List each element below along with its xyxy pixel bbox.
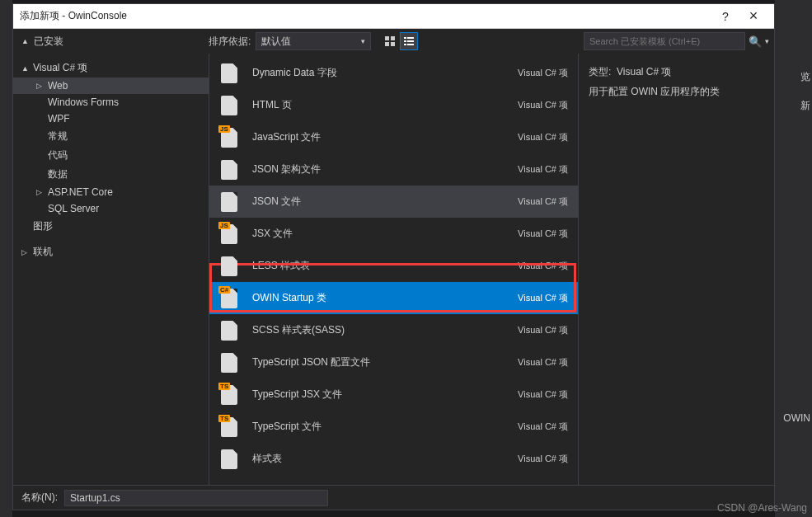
bg-text: 览: [800, 70, 810, 84]
info-panel: 类型: Visual C# 项 用于配置 OWIN 应用程序的类: [579, 54, 774, 485]
template-lang: Visual C# 项: [518, 453, 568, 465]
template-name: OWIN Startup 类: [252, 291, 518, 305]
tree-item-label: 代码: [48, 148, 68, 162]
template-item[interactable]: TSTypeScript JSX 文件Visual C# 项: [209, 378, 578, 411]
svg-rect-1: [391, 36, 395, 40]
name-input[interactable]: [64, 490, 328, 506]
file-icon: [219, 192, 239, 212]
template-item[interactable]: JSON 文件Visual C# 项: [209, 186, 578, 218]
template-item[interactable]: C#OWIN Startup 类Visual C# 项: [209, 282, 578, 314]
category-tree: ▲Visual C# 项▷WebWindows FormsWPF常规代码数据▷A…: [13, 54, 209, 485]
template-item[interactable]: JSJSX 文件Visual C# 项: [209, 218, 578, 250]
template-name: JSX 文件: [252, 227, 518, 241]
svg-rect-0: [385, 36, 389, 40]
type-value: Visual C# 项: [617, 66, 671, 78]
tree-item[interactable]: WPF: [13, 110, 209, 127]
sort-by-combo[interactable]: 默认值 ▾: [256, 32, 371, 50]
template-name: JavaScript 文件: [252, 130, 518, 144]
tree-item[interactable]: 常规: [13, 127, 209, 146]
tree-item-label: 数据: [48, 167, 68, 181]
tree-item[interactable]: ▷联机: [13, 242, 209, 261]
template-lang: Visual C# 项: [518, 260, 568, 272]
tree-item[interactable]: 代码: [13, 146, 209, 165]
template-item[interactable]: JSJavaScript 文件Visual C# 项: [209, 121, 578, 153]
svg-rect-9: [407, 44, 414, 45]
expand-icon: ▲: [21, 64, 30, 73]
template-name: TypeScript 文件: [252, 420, 518, 434]
template-name: LESS 样式表: [252, 259, 518, 273]
template-lang: Visual C# 项: [518, 228, 568, 240]
tree-item-label: WPF: [48, 113, 70, 125]
tree-item-label: Windows Forms: [48, 96, 119, 108]
tree-item[interactable]: 图形: [13, 217, 209, 236]
template-item[interactable]: 样式表Visual C# 项: [209, 443, 578, 475]
search-input[interactable]: [584, 32, 745, 50]
watermark: CSDN @Ares-Wang: [717, 502, 807, 514]
tree-item-label: 联机: [33, 245, 53, 259]
tree-header[interactable]: ▲ 已安装: [13, 35, 209, 49]
template-name: 样式表: [252, 452, 518, 466]
expand-icon: ▷: [36, 188, 45, 196]
svg-rect-8: [404, 44, 406, 45]
template-item[interactable]: LESS 样式表Visual C# 项: [209, 250, 578, 282]
tree-item-label: 图形: [33, 219, 53, 233]
template-lang: Visual C# 项: [518, 356, 568, 369]
search-icon[interactable]: 🔍: [749, 35, 762, 48]
template-item[interactable]: TypeScript JSON 配置文件Visual C# 项: [209, 346, 578, 378]
tree-item[interactable]: ▲Visual C# 项: [13, 59, 209, 78]
help-button[interactable]: ?: [711, 10, 739, 23]
background-left-strip: [0, 0, 12, 517]
file-icon: TS: [219, 417, 239, 437]
tree-item-label: 常规: [48, 129, 68, 143]
background-right-strip: 览新OWIN: [775, 0, 812, 517]
template-name: HTML 页: [252, 98, 518, 112]
tree-item-label: ASP.NET Core: [48, 186, 113, 198]
svg-rect-3: [391, 42, 395, 46]
tree-item[interactable]: SQL Server: [13, 200, 209, 217]
template-lang: Visual C# 项: [518, 131, 568, 143]
close-button[interactable]: ×: [739, 7, 767, 25]
template-lang: Visual C# 项: [518, 163, 568, 176]
template-item[interactable]: SCSS 样式表(SASS)Visual C# 项: [209, 314, 578, 346]
file-icon: TS: [219, 385, 239, 405]
svg-rect-5: [407, 37, 414, 39]
template-name: JSON 架构文件: [252, 162, 518, 176]
description: 用于配置 OWIN 应用程序的类: [589, 82, 764, 101]
bg-text: OWIN: [783, 412, 810, 424]
tree-item[interactable]: ▷ASP.NET Core: [13, 184, 209, 200]
template-item[interactable]: HTML 页Visual C# 项: [209, 89, 578, 121]
template-item[interactable]: TSTypeScript 文件Visual C# 项: [209, 411, 578, 443]
search-dropdown-icon[interactable]: ▾: [765, 37, 769, 45]
tree-item-label: Visual C# 项: [33, 61, 87, 75]
footer: 名称(N):: [13, 485, 774, 510]
expand-icon: ▷: [21, 248, 30, 256]
sort-by-value: 默认值: [261, 35, 291, 49]
tree-item-label: Web: [48, 80, 68, 92]
tree-item-label: SQL Server: [48, 203, 99, 214]
dropdown-icon: ▾: [361, 37, 365, 45]
view-medium-icons[interactable]: [381, 32, 399, 50]
sort-by-label: 排序依据:: [209, 35, 251, 49]
template-lang: Visual C# 项: [518, 195, 568, 208]
window-title: 添加新项 - OwinConsole: [20, 9, 711, 23]
file-icon: [219, 353, 239, 373]
expand-icon: ▷: [36, 82, 45, 90]
installed-label: 已安装: [34, 35, 63, 49]
template-name: TypeScript JSX 文件: [252, 388, 518, 402]
template-lang: Visual C# 项: [518, 99, 568, 111]
view-list-icons[interactable]: [400, 32, 418, 50]
tree-item[interactable]: 数据: [13, 165, 209, 184]
template-list: Dynamic Data 字段Visual C# 项HTML 页Visual C…: [209, 54, 579, 485]
template-name: Dynamic Data 字段: [252, 66, 518, 80]
file-icon: [219, 321, 239, 341]
bg-text: 新: [800, 99, 810, 113]
tree-item[interactable]: ▷Web: [13, 78, 209, 94]
template-item[interactable]: Dynamic Data 字段Visual C# 项: [209, 57, 578, 89]
file-icon: JS: [219, 128, 239, 148]
template-item[interactable]: JSON 架构文件Visual C# 项: [209, 153, 578, 186]
tree-item[interactable]: Windows Forms: [13, 94, 209, 110]
type-label: 类型:: [589, 66, 611, 78]
template-lang: Visual C# 项: [518, 421, 568, 433]
file-icon: C#: [219, 289, 239, 308]
toolbar: ▲ 已安装 排序依据: 默认值 ▾ 🔍 ▾: [13, 29, 774, 54]
